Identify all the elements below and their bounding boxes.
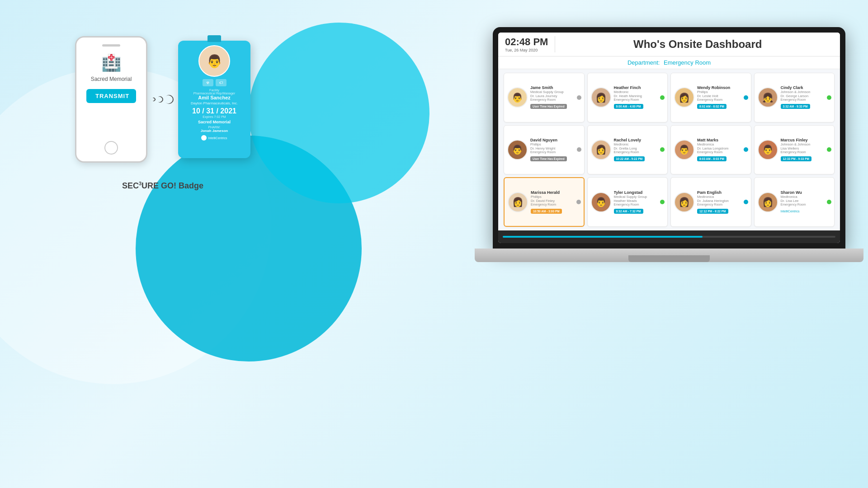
person-name: Marcus Finley: [781, 138, 831, 142]
person-info: Pam English Medtronica Dr. Juliana Herin…: [697, 190, 748, 214]
person-avatar: 👨: [758, 140, 778, 160]
person-company: Johnson & Johnson: [781, 90, 831, 94]
left-section: 🏥 Sacred Memorial TRANSMIT 👨 ☢ 🏷 Facilit…: [36, 36, 289, 191]
person-info: Wendy Robinson Phillips Dr. Leslie Holt …: [697, 85, 748, 109]
person-time-badge: 12:12 PM - 8:22 PM: [697, 209, 728, 214]
person-status-dot: [577, 147, 581, 152]
person-company: Johnson & Johnson: [781, 142, 831, 146]
person-name: Heather Finch: [614, 85, 665, 90]
transmit-button[interactable]: TRANSMIT: [86, 89, 136, 103]
person-company: Medtronica: [697, 142, 748, 146]
person-dept: Emergency Room: [697, 203, 748, 206]
person-company: Phillips: [697, 90, 748, 94]
person-card: 👩 Rachel Lovely Medtronic Dr. Gretta Lon…: [587, 125, 668, 175]
person-avatar: 👩: [508, 192, 528, 212]
person-info: Tyler Longstad Medical Supply Group Heat…: [614, 190, 665, 214]
person-dept: Emergency Room: [781, 203, 831, 206]
person-dept: Emergency Room: [697, 98, 748, 101]
person-company: Medtronic: [614, 90, 665, 94]
badge-person-name: Amil Sanchez: [198, 95, 231, 100]
person-name: Matt Marks: [697, 138, 748, 142]
person-avatar: 👧: [758, 87, 778, 108]
phone-home-button: [104, 141, 118, 155]
person-status-dot: [577, 95, 581, 100]
person-status-dot: [744, 95, 748, 100]
badge-icons: ☢ 🏷: [203, 79, 226, 86]
person-doctor: Lisa Wellers: [781, 146, 831, 150]
person-doctor: Dr. Leslie Holt: [697, 94, 748, 98]
badge-photo: 👨: [198, 45, 230, 77]
dashboard-header: 02:48 PM Tue, 26 May 2020 Who's Onsite D…: [498, 33, 840, 56]
person-time-badge: User Time Has Expired: [530, 104, 567, 109]
intellicentrics-badge-logo: IntelliCentrics: [201, 135, 227, 141]
person-doctor: Dr. Lisa Lee: [781, 199, 831, 203]
person-dept: Emergency Room: [530, 98, 581, 101]
badge-clip: [208, 35, 221, 42]
person-card: 👨 Marcus Finley Johnson & Johnson Lisa W…: [754, 125, 835, 175]
person-company: Phillips: [531, 195, 580, 199]
hospital-icon: 🏥: [101, 53, 122, 72]
person-card: 👩 Wendy Robinson Phillips Dr. Leslie Hol…: [670, 73, 751, 122]
person-company: Medical Supply Group: [530, 90, 581, 94]
person-info: Marcus Finley Johnson & Johnson Lisa Wel…: [781, 138, 831, 162]
person-info: Jame Smith Medical Supply Group Dr. Laur…: [530, 85, 581, 109]
person-avatar: 👩: [674, 192, 694, 212]
logo-text: IntelliCentrics: [208, 136, 227, 140]
person-info: Rachel Lovely Medtronic Dr. Gretta Long …: [614, 138, 665, 162]
person-status-dot: [827, 147, 831, 152]
person-avatar: 👩: [674, 87, 694, 108]
person-avatar: 👩: [758, 192, 778, 212]
people-grid: 👨 Jame Smith Medical Supply Group Dr. La…: [498, 69, 840, 230]
person-name: Rachel Lovely: [614, 138, 665, 142]
person-card: 👧 Cindy Clark Johnson & Johnson Dr. Geor…: [754, 73, 835, 122]
person-name: Jame Smith: [530, 85, 581, 90]
person-info: David Nguyen Phillips Dr. Henry Wright E…: [530, 138, 581, 162]
dashboard-title: Who's Onsite Dashboard: [562, 36, 833, 52]
person-name: Pam English: [697, 190, 748, 195]
person-name: Wendy Robinson: [697, 85, 748, 90]
person-dept: Emergency Room: [614, 98, 665, 101]
person-name: Cindy Clark: [781, 85, 831, 90]
person-card: 👩 Sharon Wu Medtronica Dr. Lisa Lee Emer…: [754, 177, 835, 227]
secure-badge-card: 👨 ☢ 🏷 Facility Pharmaceutical Rep/Manage…: [178, 41, 250, 158]
person-status-dot: [660, 95, 665, 100]
badge-tag-icon: 🏷: [216, 79, 226, 86]
person-time-badge: 12:33 PM - 9:33 PM: [781, 156, 812, 161]
person-time-badge: 10:22 AM - 5:22 PM: [614, 156, 645, 161]
person-status-dot: [827, 95, 831, 100]
signal-waves: [152, 95, 174, 104]
person-doctor: Heather Meads: [614, 199, 665, 203]
person-time-badge: 8:03 AM - 8:03 PM: [697, 156, 726, 161]
person-avatar: 👩: [591, 87, 611, 108]
person-avatar: 👨: [591, 192, 611, 212]
badge-pharm-label: PHARM:: [208, 126, 220, 129]
person-status-dot: [660, 200, 665, 204]
department-label: Department:: [627, 59, 660, 66]
person-card: 👨 Matt Marks Medtronica Dr. Larisa Longs…: [670, 125, 751, 175]
person-card: 👩 Heather Finch Medtronic Dr. Heath Mann…: [587, 73, 668, 122]
badge-role-label: Pharmaceutical Rep/Manager: [193, 92, 236, 95]
person-name: Sharon Wu: [781, 190, 831, 195]
person-company: Medtronica: [697, 195, 748, 199]
person-time-badge: 10:50 AM - 3:00 PM: [531, 209, 562, 214]
person-time-badge: 8:02 AM - 8:02 PM: [697, 104, 726, 109]
laptop-screen-outer: 02:48 PM Tue, 26 May 2020 Who's Onsite D…: [493, 27, 845, 249]
department-bar: Department: Emergency Room: [498, 56, 840, 69]
person-time-badge: 9:00 AM - 4:00 PM: [614, 104, 643, 109]
time-block: 02:48 PM Tue, 26 May 2020: [505, 36, 555, 52]
person-card: 👩 Pam English Medtronica Dr. Juliana Her…: [670, 177, 751, 227]
person-logo-text: IntelliCentrics: [781, 210, 800, 213]
footer-progress-bar: [503, 236, 703, 238]
wave-2: [156, 95, 165, 104]
wave-1: [151, 97, 156, 102]
person-name: Marissa Herald: [531, 190, 580, 195]
department-value: Emergency Room: [664, 59, 711, 66]
person-dept: Emergency Room: [781, 98, 831, 101]
person-card: 👩 Marissa Herald Phillips Dr. David Finl…: [504, 177, 585, 227]
person-doctor: Dr. Gretta Long: [614, 146, 665, 150]
footer-progress-track: [503, 236, 835, 238]
person-dept: Emergency Room: [614, 203, 665, 206]
person-doctor: Dr. Henry Wright: [530, 146, 581, 150]
laptop-base: [475, 249, 863, 262]
person-time-badge: User Time Has Expired: [530, 156, 567, 161]
